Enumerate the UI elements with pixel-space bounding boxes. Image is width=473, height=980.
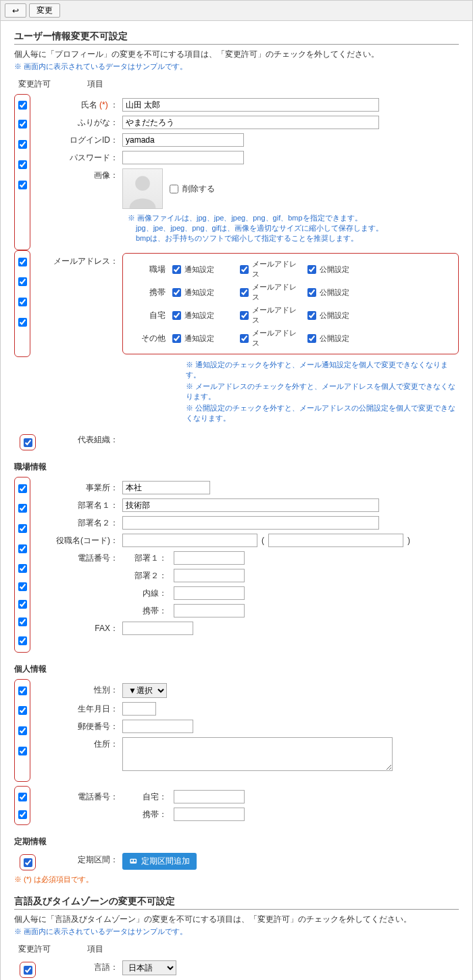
org-label: 代表組織： bbox=[41, 431, 122, 446]
mail-row-0: 職場通知設定メールアドレス公開設定 bbox=[128, 259, 453, 279]
image-note3: bmpは、お手持ちのソフトで縮小して指定することを推奨します。 bbox=[136, 233, 459, 243]
perm-phone-ext[interactable] bbox=[18, 600, 27, 609]
personal-heading: 個人情報 bbox=[14, 663, 459, 675]
mail-row-label: 携帯 bbox=[128, 287, 166, 298]
office-input[interactable] bbox=[122, 481, 210, 494]
address-textarea[interactable] bbox=[122, 737, 393, 771]
phone-dept2-input[interactable] bbox=[174, 569, 245, 582]
phone-ext-input[interactable] bbox=[174, 586, 245, 600]
avatar-placeholder bbox=[122, 168, 163, 209]
phone-ext-label: 内線： bbox=[122, 588, 170, 599]
perm-password[interactable] bbox=[18, 160, 27, 169]
column-headers-2: 変更許可 項目 bbox=[14, 943, 459, 955]
mail-notify-check[interactable] bbox=[172, 288, 181, 297]
section1-title: ユーザー情報変更不可設定 bbox=[14, 30, 459, 45]
sex-select[interactable]: ▼選択 bbox=[122, 683, 167, 698]
back-button[interactable]: ↩ bbox=[5, 3, 26, 18]
phone-dept1-label: 部署１： bbox=[122, 553, 170, 564]
perm-birth[interactable] bbox=[18, 706, 27, 715]
mail-note1: ※ 通知設定のチェックを外すと、メール通知設定を個人で変更できなくなります。 bbox=[186, 360, 459, 380]
mail-public-check[interactable] bbox=[307, 334, 316, 343]
add-commuter-button[interactable]: 定期区間追加 bbox=[122, 853, 197, 870]
mail-label: メールアドレス： bbox=[41, 253, 122, 267]
dept2-input[interactable] bbox=[122, 516, 379, 530]
mail-public-check[interactable] bbox=[307, 288, 316, 297]
perm-mail-work[interactable] bbox=[18, 258, 27, 266]
section2-note: ※ 画面内に表示されているデータはサンプルです。 bbox=[14, 927, 459, 937]
phone-home-input[interactable] bbox=[174, 790, 245, 803]
perm-kana[interactable] bbox=[18, 120, 27, 129]
image-label: 画像： bbox=[41, 167, 122, 181]
work-phone-label: 電話番号： bbox=[41, 550, 122, 564]
perm-mail-cell[interactable] bbox=[18, 277, 27, 286]
perm-phone-home[interactable] bbox=[18, 793, 27, 801]
fax-input[interactable] bbox=[122, 622, 193, 635]
title-code-input[interactable] bbox=[268, 534, 403, 547]
perm-address[interactable] bbox=[18, 747, 27, 755]
perm-image[interactable] bbox=[18, 181, 27, 189]
mail-row-label: 自宅 bbox=[128, 310, 166, 321]
phone-pcell-input[interactable] bbox=[174, 808, 245, 821]
mail-addr-check[interactable] bbox=[240, 265, 249, 274]
perm-sex[interactable] bbox=[18, 686, 27, 695]
address-label: 住所： bbox=[41, 736, 122, 750]
lang-select[interactable]: 日本語 bbox=[122, 960, 176, 975]
kana-label: ふりがな： bbox=[41, 114, 122, 129]
fax-label: FAX： bbox=[41, 620, 122, 634]
office-label: 事業所： bbox=[41, 480, 122, 494]
perm-phone-dept2[interactable] bbox=[18, 582, 27, 591]
mail-note3: ※ 公開設定のチェックを外すと、メールアドレスの公開設定を個人で変更できなくなり… bbox=[186, 403, 459, 423]
phone-cell-label: 携帯： bbox=[122, 605, 170, 617]
perm-mail-home[interactable] bbox=[18, 298, 27, 306]
mail-notify-check[interactable] bbox=[172, 265, 181, 274]
perm-phone-personal-cell[interactable] bbox=[18, 810, 27, 819]
required-note: ※ (*) は必須項目です。 bbox=[14, 874, 459, 885]
perm-zip[interactable] bbox=[18, 726, 27, 735]
zip-input[interactable] bbox=[122, 720, 193, 733]
mail-notify-check[interactable] bbox=[172, 334, 181, 343]
mail-addr-check[interactable] bbox=[240, 311, 249, 320]
perm-org[interactable] bbox=[24, 438, 32, 447]
perm-office[interactable] bbox=[18, 484, 27, 493]
perm-commuter[interactable] bbox=[24, 858, 32, 867]
phone-dept1-input[interactable] bbox=[174, 551, 245, 565]
mail-row-2: 自宅通知設定メールアドレス公開設定 bbox=[128, 305, 453, 325]
svg-rect-3 bbox=[134, 860, 136, 862]
perm-lang[interactable] bbox=[24, 966, 32, 975]
login-input[interactable] bbox=[122, 133, 244, 147]
phone-cell-input[interactable] bbox=[174, 604, 245, 617]
mail-notify-check[interactable] bbox=[172, 311, 181, 320]
mail-public-check[interactable] bbox=[307, 265, 316, 274]
title-name-input[interactable] bbox=[122, 534, 257, 547]
perm-phone-dept1[interactable] bbox=[18, 564, 27, 573]
name-input[interactable] bbox=[122, 98, 379, 112]
perm-phone-cell[interactable] bbox=[18, 617, 27, 626]
mail-row-3: その他通知設定メールアドレス公開設定 bbox=[128, 328, 453, 348]
birth-input[interactable] bbox=[122, 702, 156, 716]
perm-fax[interactable] bbox=[18, 636, 27, 645]
birth-label: 生年月日： bbox=[41, 701, 122, 715]
mail-public-check[interactable] bbox=[307, 311, 316, 320]
perm-name[interactable] bbox=[18, 101, 27, 110]
col-item: 項目 bbox=[55, 78, 136, 90]
mail-settings-group: 職場通知設定メールアドレス公開設定携帯通知設定メールアドレス公開設定自宅通知設定… bbox=[122, 253, 459, 354]
dept1-input[interactable] bbox=[122, 498, 379, 512]
perm-dept1[interactable] bbox=[18, 504, 27, 513]
mail-addr-check[interactable] bbox=[240, 334, 249, 343]
mail-row-1: 携帯通知設定メールアドレス公開設定 bbox=[128, 282, 453, 302]
svg-rect-2 bbox=[131, 860, 133, 862]
section2-desc: 個人毎に「言語及びタイムゾーン」の変更を不可にする項目は、「変更許可」のチェック… bbox=[14, 914, 459, 925]
perm-title[interactable] bbox=[18, 544, 27, 553]
perm-dept2[interactable] bbox=[18, 524, 27, 533]
dept2-label: 部署名２： bbox=[41, 515, 122, 529]
password-label: パスワード： bbox=[41, 149, 122, 164]
mail-addr-check[interactable] bbox=[240, 288, 249, 297]
lang-label: 言語： bbox=[41, 959, 122, 973]
col-perm: 変更許可 bbox=[14, 78, 55, 90]
perm-mail-other[interactable] bbox=[18, 318, 27, 327]
password-input[interactable] bbox=[122, 151, 244, 164]
kana-input[interactable] bbox=[122, 116, 379, 129]
image-delete-checkbox[interactable] bbox=[170, 185, 178, 193]
perm-login[interactable] bbox=[18, 140, 27, 149]
change-button[interactable]: 変更 bbox=[29, 3, 60, 18]
